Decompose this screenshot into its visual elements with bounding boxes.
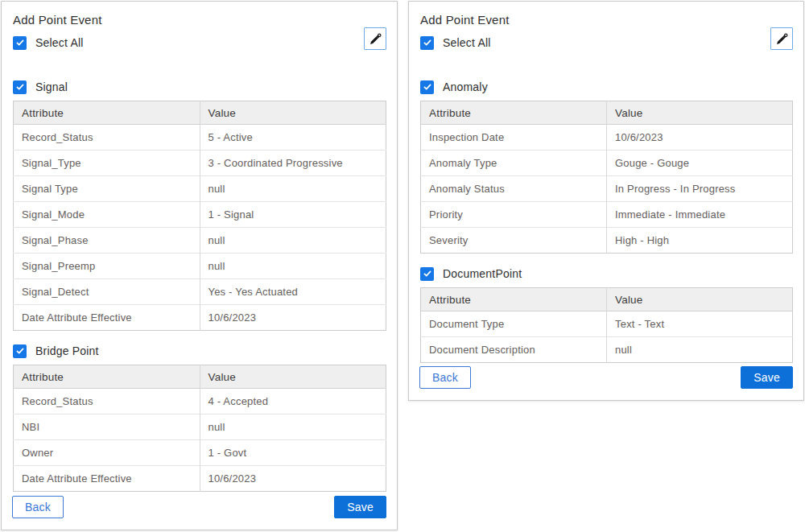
panel-title: Add Point Event (420, 13, 793, 27)
attribute-cell: Signal_Detect (14, 279, 200, 305)
value-cell: 1 - Govt (200, 440, 386, 466)
column-header-value: Value (200, 101, 386, 125)
value-cell: 10/6/2023 (607, 125, 793, 151)
attribute-cell: Signal_Mode (14, 202, 200, 228)
table-row: Severity High - High (421, 228, 793, 254)
layer-checkbox[interactable]: Signal (13, 80, 386, 94)
attribute-cell: Record_Status (14, 389, 200, 414)
table-row: Date Attribute Effective 10/6/2023 (14, 305, 386, 331)
column-header-value: Value (607, 101, 793, 125)
layer-section: Signal Attribute Value Record_Status 5 -… (13, 80, 386, 331)
column-header-value: Value (607, 288, 793, 311)
table-row: Anomaly Type Gouge - Gouge (421, 151, 793, 176)
back-button[interactable]: Back (419, 366, 471, 389)
table-header-row: Attribute Value (421, 101, 793, 125)
checkbox-checked-icon (420, 267, 434, 281)
attribute-cell: Document Type (421, 311, 607, 337)
value-cell: 5 - Active (200, 125, 386, 151)
attribute-table: Attribute Value Record_Status 4 - Accept… (13, 365, 386, 492)
attribute-table: Attribute Value Document Type Text - Tex… (420, 287, 793, 363)
value-cell: 10/6/2023 (200, 305, 386, 331)
eyedropper-icon (369, 32, 382, 46)
column-header-attribute: Attribute (421, 101, 607, 125)
layer-label: Anomaly (443, 80, 488, 93)
value-cell: null (200, 176, 386, 202)
select-all-checkbox[interactable]: Select All (420, 35, 793, 50)
value-cell: Yes - Yes Actuated (200, 279, 386, 305)
table-row: Document Description null (421, 337, 793, 363)
select-all-label: Select All (443, 36, 491, 49)
attribute-cell: NBI (14, 414, 200, 440)
value-cell: null (200, 254, 386, 279)
table-row: Signal Type null (14, 176, 386, 202)
table-row: Signal_Type 3 - Coordinated Progressive (14, 151, 386, 176)
attribute-cell: Signal_Phase (14, 228, 200, 254)
attribute-cell: Date Attribute Effective (14, 466, 200, 492)
checkbox-checked-icon (420, 36, 434, 50)
layer-checkbox[interactable]: Bridge Point (13, 344, 386, 358)
eyedropper-button[interactable] (770, 27, 793, 50)
back-button[interactable]: Back (12, 496, 64, 518)
column-header-attribute: Attribute (14, 365, 200, 389)
value-cell: Immediate - Immediate (607, 202, 793, 228)
attribute-cell: Inspection Date (421, 125, 607, 151)
table-row: Signal_Detect Yes - Yes Actuated (14, 279, 386, 305)
eyedropper-button[interactable] (364, 27, 386, 50)
value-cell: null (200, 414, 386, 440)
attribute-table: Attribute Value Record_Status 5 - Active… (13, 101, 386, 331)
panel-footer: Back Save (12, 496, 386, 519)
eyedropper-icon (775, 32, 789, 46)
table-row: Record_Status 4 - Accepted (14, 389, 386, 414)
table-row: Priority Immediate - Immediate (421, 202, 793, 228)
column-header-attribute: Attribute (14, 101, 200, 125)
value-cell: Text - Text (607, 311, 793, 337)
layer-checkbox[interactable]: DocumentPoint (420, 266, 793, 281)
column-header-attribute: Attribute (421, 288, 607, 311)
table-row: Inspection Date 10/6/2023 (421, 125, 793, 151)
save-button[interactable]: Save (334, 496, 386, 518)
attribute-cell: Record_Status (14, 125, 200, 151)
sections-container: Signal Attribute Value Record_Status 5 -… (12, 67, 386, 492)
attribute-cell: Signal_Preemp (14, 254, 200, 279)
value-cell: High - High (607, 228, 793, 254)
checkbox-checked-icon (13, 80, 27, 94)
attribute-cell: Signal_Type (14, 151, 200, 176)
layer-label: Signal (35, 80, 68, 93)
table-row: Date Attribute Effective 10/6/2023 (14, 466, 386, 492)
select-all-checkbox[interactable]: Select All (13, 35, 386, 50)
table-row: Owner 1 - Govt (14, 440, 386, 466)
attribute-cell: Signal Type (14, 176, 200, 202)
table-header-row: Attribute Value (421, 288, 793, 311)
checkbox-checked-icon (420, 80, 434, 94)
attribute-cell: Anomaly Status (421, 176, 607, 202)
table-header-row: Attribute Value (14, 365, 386, 389)
layer-label: DocumentPoint (443, 267, 522, 280)
save-button[interactable]: Save (741, 366, 793, 389)
value-cell: 1 - Signal (200, 202, 386, 228)
panel-footer: Back Save (419, 366, 793, 390)
add-point-event-panel: Add Point Event Select All (408, 1, 804, 401)
attribute-cell: Severity (421, 228, 607, 254)
layer-label: Bridge Point (35, 344, 99, 357)
layer-section: DocumentPoint Attribute Value Document T… (420, 266, 793, 363)
column-header-value: Value (200, 365, 386, 389)
checkbox-checked-icon (13, 344, 27, 358)
value-cell: null (607, 337, 793, 363)
attribute-cell: Anomaly Type (421, 151, 607, 176)
layer-section: Anomaly Attribute Value Inspection Date … (420, 80, 793, 254)
attribute-cell: Priority (421, 202, 607, 228)
value-cell: null (200, 228, 386, 254)
value-cell: In Progress - In Progress (607, 176, 793, 202)
value-cell: Gouge - Gouge (607, 151, 793, 176)
table-row: Signal_Preemp null (14, 254, 386, 279)
layer-checkbox[interactable]: Anomaly (420, 80, 793, 94)
table-row: Anomaly Status In Progress - In Progress (421, 176, 793, 202)
table-header-row: Attribute Value (14, 101, 386, 125)
layer-section: Bridge Point Attribute Value Record_Stat… (13, 344, 386, 492)
select-all-label: Select All (35, 36, 84, 49)
attribute-cell: Document Description (421, 337, 607, 363)
panel-title: Add Point Event (13, 13, 386, 27)
attribute-cell: Owner (14, 440, 200, 466)
table-row: NBI null (14, 414, 386, 440)
value-cell: 10/6/2023 (200, 466, 386, 492)
